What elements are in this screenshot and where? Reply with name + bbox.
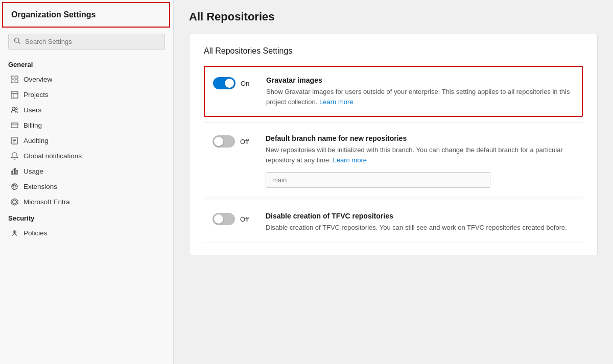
gravatar-toggle-thumb <box>225 79 234 88</box>
tfvc-desc-text: Disable creation of TFVC repositories. Y… <box>266 224 567 231</box>
gravatar-learn-more-link[interactable]: Learn more <box>319 98 353 106</box>
users-icon <box>10 106 18 114</box>
section-security: Security <box>0 209 173 225</box>
svg-rect-2 <box>11 76 14 79</box>
sidebar-item-global-notifications-label: Global notifications <box>23 152 82 160</box>
sidebar-item-policies[interactable]: Policies <box>0 225 173 240</box>
settings-card: All Repositories Settings On Gravatar im… <box>189 34 598 255</box>
svg-point-10 <box>15 107 17 109</box>
divider-1 <box>204 122 583 123</box>
entra-icon <box>10 198 18 206</box>
default-branch-desc-text: New repositories will be initialized wit… <box>266 146 563 164</box>
gravatar-toggle[interactable] <box>213 77 235 89</box>
svg-point-9 <box>12 107 15 110</box>
sidebar-item-overview-label: Overview <box>23 76 52 83</box>
svg-marker-22 <box>11 198 17 205</box>
svg-rect-20 <box>16 170 17 174</box>
sidebar-item-microsoft-entra[interactable]: Microsoft Entra <box>0 194 173 209</box>
sidebar: Organization Settings General Overview <box>0 0 174 364</box>
card-title: All Repositories Settings <box>204 46 583 56</box>
branch-name-input[interactable] <box>266 172 490 188</box>
gravatar-toggle-area: On <box>213 76 254 89</box>
usage-icon <box>10 167 18 175</box>
default-branch-setting-title: Default branch name for new repositories <box>266 134 574 142</box>
sidebar-item-extensions[interactable]: Extensions <box>0 179 173 194</box>
tfvc-setting-title: Disable creation of TFVC repositories <box>266 212 574 220</box>
search-icon <box>14 37 21 46</box>
main-content: All Repositories All Repositories Settin… <box>174 0 613 364</box>
svg-rect-19 <box>14 168 15 174</box>
tfvc-setting-desc: Disable creation of TFVC repositories. Y… <box>266 223 574 233</box>
svg-rect-3 <box>15 76 18 79</box>
svg-rect-4 <box>11 80 14 83</box>
gravatar-setting-content: Gravatar images Show Gravatar images for… <box>266 76 574 107</box>
tfvc-setting-row: Off Disable creation of TFVC repositorie… <box>204 202 583 242</box>
policies-icon <box>10 229 18 237</box>
sidebar-item-usage[interactable]: Usage <box>0 163 173 179</box>
svg-line-1 <box>18 42 20 43</box>
sidebar-item-global-notifications[interactable]: Global notifications <box>0 148 173 163</box>
sidebar-item-auditing[interactable]: Auditing <box>0 133 173 148</box>
tfvc-toggle-thumb <box>214 214 223 224</box>
svg-rect-18 <box>13 169 14 174</box>
sidebar-item-projects[interactable]: Projects <box>0 87 173 102</box>
svg-marker-23 <box>12 200 16 204</box>
sidebar-item-extensions-label: Extensions <box>23 183 57 190</box>
sidebar-item-users-label: Users <box>23 106 41 114</box>
search-box[interactable] <box>8 34 165 50</box>
svg-rect-5 <box>15 80 18 83</box>
auditing-icon <box>10 136 18 144</box>
sidebar-item-overview[interactable]: Overview <box>0 71 173 87</box>
svg-point-25 <box>14 231 15 232</box>
default-branch-toggle-area: Off <box>213 134 253 148</box>
sidebar-item-billing-label: Billing <box>23 122 42 129</box>
gravatar-desc-text: Show Gravatar images for users outside o… <box>266 88 570 106</box>
gravatar-setting-row: On Gravatar images Show Gravatar images … <box>204 66 583 117</box>
sidebar-item-auditing-label: Auditing <box>23 137 49 144</box>
divider-2 <box>204 200 583 200</box>
gravatar-setting-title: Gravatar images <box>266 76 574 84</box>
tfvc-toggle[interactable] <box>213 213 235 225</box>
default-branch-learn-more-link[interactable]: Learn more <box>333 156 367 164</box>
projects-icon <box>10 90 18 99</box>
sidebar-item-projects-label: Projects <box>23 91 49 99</box>
default-branch-setting-row: Off Default branch name for new reposito… <box>204 125 583 198</box>
notifications-icon <box>10 152 18 160</box>
page-title: All Repositories <box>189 10 598 23</box>
tfvc-setting-content: Disable creation of TFVC repositories Di… <box>266 212 574 233</box>
sidebar-item-policies-label: Policies <box>23 229 48 237</box>
search-input[interactable] <box>25 38 159 45</box>
sidebar-item-usage-label: Usage <box>23 167 43 175</box>
extensions-icon <box>10 182 18 190</box>
grid-icon <box>10 75 18 83</box>
tfvc-toggle-label: Off <box>240 215 250 223</box>
sidebar-title: Organization Settings <box>2 2 170 28</box>
default-branch-toggle-label: Off <box>240 138 250 145</box>
default-branch-setting-desc: New repositories will be initialized wit… <box>266 145 574 165</box>
svg-rect-17 <box>11 171 12 174</box>
tfvc-toggle-area: Off <box>213 212 253 225</box>
gravatar-setting-desc: Show Gravatar images for users outside o… <box>266 87 574 107</box>
default-branch-setting-content: Default branch name for new repositories… <box>266 134 574 188</box>
default-branch-toggle[interactable] <box>213 135 235 148</box>
billing-icon <box>10 121 18 129</box>
sidebar-item-microsoft-entra-label: Microsoft Entra <box>23 198 70 206</box>
section-general: General <box>0 56 173 71</box>
svg-rect-6 <box>11 91 17 98</box>
svg-rect-11 <box>11 123 17 127</box>
sidebar-item-users[interactable]: Users <box>0 102 173 117</box>
default-branch-toggle-thumb <box>214 137 223 146</box>
gravatar-toggle-label: On <box>241 80 251 87</box>
sidebar-item-billing[interactable]: Billing <box>0 117 173 133</box>
